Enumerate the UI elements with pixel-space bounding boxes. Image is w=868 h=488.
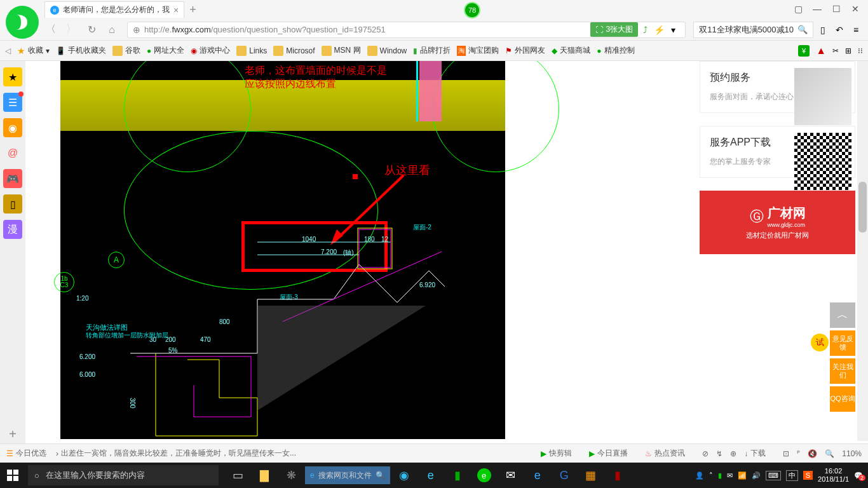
- bookmark-games[interactable]: ◉游戏中心: [191, 45, 230, 56]
- home-button[interactable]: ⌂: [104, 22, 119, 37]
- card-app-download[interactable]: 服务APP下载 您的掌上服务专家: [700, 126, 855, 178]
- card-appointment[interactable]: 预约服务 服务面对面，承诺心连心: [700, 61, 855, 113]
- screenshot-button[interactable]: ⛶ 3张大图: [590, 22, 638, 37]
- bookmark-sites[interactable]: ●网址大全: [147, 45, 184, 56]
- taskbar-app3[interactable]: ▮: [445, 463, 470, 488]
- search-box[interactable]: 双11全球家电满5000减10 🔍: [693, 22, 813, 38]
- forward-button[interactable]: 〉: [64, 22, 79, 37]
- zoom-level[interactable]: 110%: [842, 449, 862, 458]
- bookbar-left-arrow[interactable]: ◁: [5, 46, 11, 55]
- url-box[interactable]: ⊕ http://e.fwxgx.com/question/question_s…: [127, 22, 686, 38]
- bookmark-msn[interactable]: MSN 网: [322, 45, 361, 56]
- dropdown-icon[interactable]: ▾: [666, 23, 680, 37]
- tray-ime[interactable]: 中: [786, 470, 798, 481]
- bookmark-google[interactable]: 谷歌: [112, 45, 140, 56]
- status-icon-5[interactable]: ᴾ: [797, 449, 800, 458]
- taskbar-ie[interactable]: e: [418, 463, 444, 488]
- undo-icon[interactable]: ↶: [832, 23, 846, 37]
- browser-tab[interactable]: e 老师请问，您是怎么分析的，我 ×: [44, 1, 184, 18]
- sidebar-add[interactable]: +: [3, 424, 22, 444]
- notification-button[interactable]: 💬2: [854, 471, 863, 480]
- zoom-icon[interactable]: 🔍: [825, 449, 834, 458]
- bookmark-foreign[interactable]: ⚑外国网友: [505, 45, 545, 56]
- follow-button[interactable]: 关注我们: [830, 358, 855, 384]
- sidebar-news[interactable]: ☰: [3, 93, 22, 112]
- ad-banner[interactable]: Ⓖ 广材网 www.gldjc.com 选材定价就用广材网: [700, 191, 855, 254]
- tray-up-icon[interactable]: ˄: [709, 471, 713, 480]
- news-ticker[interactable]: ›出差住一宾馆，隔音效果比较差，正准备睡觉时，听见隔壁传来一女...: [56, 448, 296, 459]
- bookmark-precise[interactable]: ●精准控制: [597, 45, 634, 56]
- taskbar-explorer[interactable]: ▇: [252, 463, 277, 488]
- scissors-icon[interactable]: ✂: [832, 46, 839, 55]
- reader-icon[interactable]: ▯: [816, 23, 830, 37]
- status-icon-4[interactable]: ⊡: [783, 449, 789, 458]
- bookmark-tmall[interactable]: ◆天猫商城: [552, 45, 590, 56]
- tray-ime-lang[interactable]: ⌨: [766, 471, 781, 480]
- taskbar-app1[interactable]: ❋: [278, 463, 304, 488]
- tray-app-icon[interactable]: ▮: [718, 471, 722, 480]
- apps-icon[interactable]: ⁝⁝: [858, 46, 863, 55]
- status-icon-1[interactable]: ⊘: [702, 449, 709, 458]
- sidebar-manhua[interactable]: 漫: [3, 220, 22, 239]
- share-icon[interactable]: ⤴: [638, 23, 652, 37]
- skin-button[interactable]: ▢: [789, 0, 808, 18]
- feedback-button[interactable]: 意见反馈: [830, 330, 855, 356]
- tray-network-icon[interactable]: 📶: [738, 471, 747, 480]
- taskbar-browser[interactable]: e: [471, 463, 497, 488]
- notification-icon[interactable]: ▲: [816, 45, 826, 57]
- sidebar-at[interactable]: @: [3, 144, 22, 163]
- download[interactable]: ↓下载: [744, 448, 766, 459]
- reload-button[interactable]: ↻: [84, 22, 99, 37]
- bookmark-window[interactable]: Window: [367, 46, 407, 56]
- bolt-icon[interactable]: ⚡: [652, 23, 666, 37]
- accelerator-badge[interactable]: 78: [464, 2, 480, 18]
- new-tab-button[interactable]: +: [189, 3, 196, 17]
- live[interactable]: ▶今日直播: [589, 448, 628, 459]
- status-icon-3[interactable]: ⊕: [730, 449, 736, 458]
- hotnews[interactable]: ♨热点资讯: [645, 448, 685, 459]
- tray-mail-icon[interactable]: ✉: [727, 471, 733, 480]
- sidebar-favorite[interactable]: ★: [3, 67, 22, 86]
- tray-volume-icon[interactable]: 🔊: [752, 471, 761, 480]
- back-button[interactable]: 〈: [43, 22, 58, 37]
- scrollbar[interactable]: [857, 61, 868, 441]
- taskbar-app4[interactable]: G: [552, 463, 577, 488]
- qq-button[interactable]: QQ咨询: [830, 386, 855, 412]
- task-view-icon[interactable]: ▭: [225, 463, 250, 488]
- tray-sogou-icon[interactable]: S: [803, 471, 813, 480]
- taskbar-search[interactable]: ○ 在这里输入你要搜索的内容: [28, 465, 219, 485]
- bookmark-links[interactable]: Links: [236, 46, 267, 56]
- extension-icon[interactable]: ⊞: [845, 46, 851, 55]
- tab-close-icon[interactable]: ×: [173, 5, 179, 15]
- bookmark-taobao[interactable]: 淘淘宝团购: [457, 45, 499, 56]
- taskbar-app6[interactable]: ▮: [605, 463, 630, 488]
- scrollbar-thumb[interactable]: [858, 182, 867, 233]
- close-button[interactable]: ✕: [846, 0, 865, 18]
- start-button[interactable]: [0, 463, 25, 488]
- taskbar-app5[interactable]: ▦: [578, 463, 604, 488]
- sidebar-weibo[interactable]: ◉: [3, 118, 22, 137]
- search-icon[interactable]: 🔍: [797, 25, 808, 34]
- menu-icon[interactable]: ≡: [849, 23, 863, 37]
- taskbar-app2[interactable]: ◉: [391, 463, 417, 488]
- bookmark-mobile[interactable]: 📱手机收藏夹: [56, 45, 106, 56]
- taskbar-mail[interactable]: ✉: [498, 463, 524, 488]
- minimize-button[interactable]: ―: [808, 0, 827, 18]
- tray-people-icon[interactable]: 👤: [695, 471, 704, 480]
- favorites-button[interactable]: ★收藏 ▾: [17, 45, 50, 56]
- taskbar-edge[interactable]: e: [525, 463, 550, 488]
- sidebar-book[interactable]: ▯: [3, 194, 22, 214]
- shield-icon[interactable]: ¥: [798, 45, 810, 57]
- bookmark-brand[interactable]: ▮品牌打折: [413, 45, 451, 56]
- scroll-top-button[interactable]: ︿: [830, 302, 855, 328]
- quickclip[interactable]: ▶快剪辑: [541, 448, 572, 459]
- taskbar-clock[interactable]: 16:02 2018/11/1: [818, 467, 849, 484]
- try-badge[interactable]: 试: [811, 334, 829, 351]
- maximize-button[interactable]: ☐: [827, 0, 846, 18]
- today-picks[interactable]: ☰今日优选: [6, 448, 46, 459]
- mute-icon[interactable]: 🔇: [808, 449, 817, 458]
- taskbar-edge-search[interactable]: e 搜索网页和文件 🔍: [305, 466, 390, 484]
- sidebar-game[interactable]: 🎮: [3, 169, 22, 188]
- status-icon-2[interactable]: ↯: [716, 449, 722, 458]
- bookmark-ms[interactable]: Microsof: [273, 46, 315, 56]
